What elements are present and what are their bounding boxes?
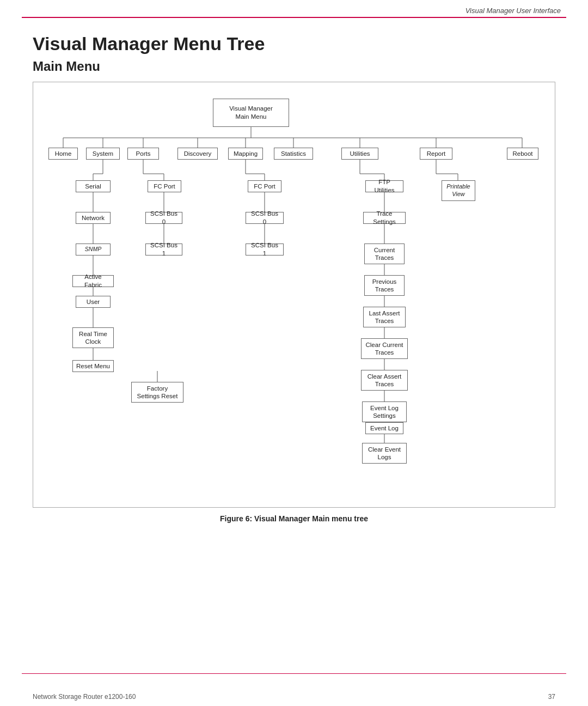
page-title: Visual Manager Menu Tree — [33, 33, 555, 54]
menu-tree: Visual ManagerMain Menu Home System Port… — [39, 93, 561, 496]
footer-left: Network Storage Router e1200-160 — [33, 693, 136, 701]
node-real-time-clock: Real TimeClock — [72, 327, 114, 348]
node-serial: Serial — [76, 180, 111, 192]
node-active-fabric: Active Fabric — [72, 275, 114, 287]
node-clear-assert-traces: Clear AssertTraces — [361, 370, 408, 391]
node-user: User — [76, 296, 111, 308]
node-trace-settings: Trace Settings — [363, 212, 406, 224]
diagram-container: Visual ManagerMain Menu Home System Port… — [33, 82, 555, 508]
figure-caption: Figure 6: Visual Manager Main menu tree — [33, 514, 555, 523]
node-mapping-scsi-bus-0: SCSI Bus 0 — [246, 212, 284, 224]
node-printable-view: PrintableView — [442, 180, 475, 201]
node-ftp-utilities: FTP Utilities — [365, 180, 403, 192]
node-event-log-settings: Event LogSettings — [362, 401, 407, 422]
header-section: Visual Manager User Interface — [0, 0, 588, 18]
node-network: Network — [76, 212, 111, 224]
node-ports-scsi-bus-1: SCSI Bus 1 — [145, 244, 182, 255]
node-ports-scsi-bus-0: SCSI Bus 0 — [145, 212, 182, 224]
node-reboot: Reboot — [507, 148, 538, 160]
node-reset-menu: Reset Menu — [72, 360, 114, 372]
node-mapping-fc-port: FC Port — [248, 180, 281, 192]
node-mapping-scsi-bus-1: SCSI Bus 1 — [246, 244, 284, 255]
root-node: Visual ManagerMain Menu — [213, 99, 289, 127]
node-last-assert-traces: Last AssertTraces — [363, 307, 406, 327]
node-current-traces: CurrentTraces — [364, 244, 405, 264]
node-discovery: Discovery — [177, 148, 218, 160]
node-statistics: Statistics — [274, 148, 313, 160]
node-ports: Ports — [127, 148, 159, 160]
node-previous-traces: PreviousTraces — [364, 275, 405, 296]
node-system: System — [86, 148, 120, 160]
header-label: Visual Manager User Interface — [0, 0, 588, 15]
node-mapping: Mapping — [228, 148, 263, 160]
node-clear-current-traces: Clear CurrentTraces — [361, 338, 408, 359]
footer-right: 37 — [548, 693, 555, 701]
node-home: Home — [48, 148, 78, 160]
footer-rule — [22, 673, 566, 674]
node-event-log: Event Log — [365, 422, 403, 434]
header-rule — [22, 17, 566, 18]
node-ports-fc-port: FC Port — [148, 180, 181, 192]
node-factory-settings-reset: FactorySettings Reset — [131, 382, 183, 403]
node-snmp: SNMP — [76, 244, 111, 255]
node-clear-event-logs: Clear EventLogs — [362, 443, 407, 464]
node-report: Report — [420, 148, 452, 160]
section-title: Main Menu — [33, 59, 555, 74]
node-utilities: Utilities — [341, 148, 378, 160]
